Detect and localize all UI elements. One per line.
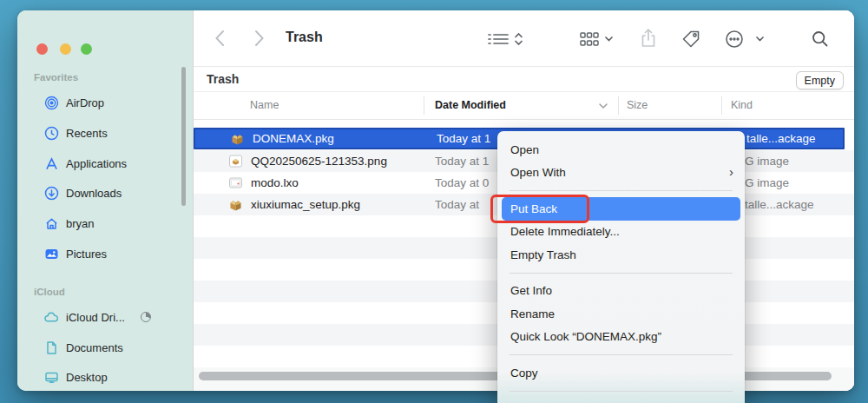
share-button[interactable] [640,28,657,49]
menu-separator [510,391,733,392]
zoom-button[interactable] [81,43,92,55]
sidebar-item-label: AirDrop [66,96,104,109]
menu-item-quick-look[interactable]: Quick Look “DONEMAX.pkg” [497,326,745,349]
menu-separator [510,190,733,191]
download-icon [43,185,59,201]
forward-button[interactable] [254,30,265,47]
clock-icon [43,125,59,141]
file-name: xiuxiumac_setup.pkg [251,198,360,211]
toolbar: Trash [194,10,854,67]
sidebar-item-label: Downloads [66,187,122,200]
menu-item-empty-trash[interactable]: Empty Trash [497,243,745,267]
file-kind: G image [745,176,789,189]
column-header-kind[interactable]: Kind [731,99,753,111]
file-date-modified: Today at 0 [435,176,489,189]
applications-icon [43,155,59,171]
window-title: Trash [286,30,323,45]
desktop-icon [43,369,59,385]
file-date-modified: Today at 1 [435,155,489,168]
sidebar-item-label: bryan [66,217,95,230]
search-icon[interactable] [812,30,829,48]
airdrop-icon [43,95,59,110]
column-header-name[interactable]: Name [250,99,279,111]
sidebar-item-label: iCloud Dri... [66,311,125,324]
package-icon [230,131,245,146]
sidebar-item-label: Desktop [66,371,108,384]
generic-file-icon [228,175,243,190]
sidebar-item-documents[interactable]: Documents [43,338,123,357]
submenu-chevron-icon: › [729,164,733,179]
more-options-button[interactable] [725,30,766,49]
file-name: QQ20250625-121353.png [251,155,387,168]
empty-trash-button[interactable]: Empty [796,71,844,89]
file-kind: G image [745,155,789,168]
icloud-sync-progress-icon [141,312,151,322]
column-divider[interactable] [721,96,722,115]
file-date-modified: Today at 1 [437,132,490,145]
file-name: DONEMAX.pkg [253,132,334,145]
sidebar-item-desktop[interactable]: Desktop [43,367,108,386]
sidebar-item-home[interactable]: bryan [43,214,95,233]
desktop: Favorites AirDrop Recents [0,0,868,403]
sidebar-item-downloads[interactable]: Downloads [43,183,122,202]
tags-button[interactable] [681,30,700,49]
package-icon [228,197,243,212]
home-icon [43,215,59,231]
cloud-icon [43,309,59,325]
sidebar: Favorites AirDrop Recents [17,10,193,391]
sidebar-scrollbar[interactable] [181,67,186,206]
document-icon [43,340,59,355]
file-kind: talle...ackage [746,132,816,145]
column-header-size[interactable]: Size [627,99,648,111]
sidebar-section-icloud-label: iCloud [34,287,65,297]
menu-item-delete-immediately[interactable]: Delete Immediately... [497,221,745,244]
file-date-modified: Today at [435,198,479,211]
sidebar-item-label: Documents [66,341,123,354]
sidebar-item-recents[interactable]: Recents [43,123,108,142]
view-as-list-button[interactable] [487,31,525,47]
sidebar-item-label: Applications [66,157,127,170]
sidebar-item-icloud-drive[interactable]: iCloud Dri... [43,307,151,327]
path-header: Trash Empty [194,67,854,92]
sidebar-item-airdrop[interactable]: AirDrop [43,93,104,112]
menu-separator [510,273,733,274]
menu-item-open[interactable]: Open [497,138,745,162]
sidebar-item-label: Pictures [66,248,107,261]
minimize-button[interactable] [60,43,71,55]
sidebar-item-label: Recents [66,127,108,140]
sort-chevron-down-icon [598,102,608,109]
sidebar-item-pictures[interactable]: Pictures [43,244,107,263]
close-button[interactable] [36,43,48,55]
column-header-date-modified[interactable]: Date Modified [435,99,506,111]
put-back-annotation-box [490,195,589,223]
location-title: Trash [207,72,239,86]
file-kind: talle...ackage [745,198,814,211]
image-file-icon [228,154,243,168]
group-by-button[interactable] [579,31,615,47]
menu-separator [510,354,733,355]
menu-item-copy[interactable]: Copy [497,361,745,385]
file-name: modo.lxo [251,176,299,189]
menu-item-open-with[interactable]: Open With › [497,162,745,185]
sidebar-section-favorites-label: Favorites [34,72,78,83]
sidebar-item-applications[interactable]: Applications [43,154,127,173]
pictures-icon [43,246,59,261]
context-menu: Open Open With › Put Back Delete Immedia… [497,131,745,403]
menu-item-get-info[interactable]: Get Info [497,280,745,303]
menu-item-rename[interactable]: Rename [497,302,745,326]
menu-item-label: Open With [510,166,566,179]
back-button[interactable] [214,30,225,47]
column-headers: Name Date Modified Size Kind [194,92,854,120]
column-divider[interactable] [618,96,619,115]
column-divider[interactable] [424,96,424,115]
